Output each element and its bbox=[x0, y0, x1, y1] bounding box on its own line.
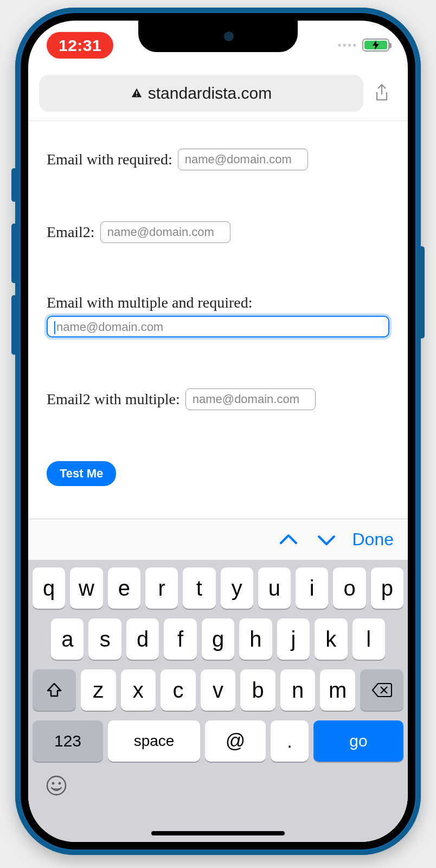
home-indicator[interactable] bbox=[151, 831, 285, 835]
key-x[interactable]: x bbox=[121, 669, 156, 711]
status-time: 12:31 bbox=[47, 32, 113, 59]
dot-key[interactable]: . bbox=[271, 720, 309, 762]
divider bbox=[28, 120, 408, 121]
key-w[interactable]: w bbox=[70, 567, 102, 609]
key-b[interactable]: b bbox=[240, 669, 275, 711]
key-c[interactable]: c bbox=[161, 669, 196, 711]
browser-address-bar[interactable]: standardista.com bbox=[39, 75, 363, 112]
email-input-2[interactable]: name@domain.com bbox=[100, 221, 230, 243]
numeric-key[interactable]: 123 bbox=[33, 720, 103, 762]
space-key[interactable]: space bbox=[108, 720, 200, 762]
cellular-dots-icon: •••• bbox=[338, 40, 358, 51]
page-content: Email with required: name@domain.com Ema… bbox=[28, 129, 408, 486]
key-m[interactable]: m bbox=[320, 669, 355, 711]
key-i[interactable]: i bbox=[296, 567, 328, 609]
key-r[interactable]: r bbox=[145, 567, 178, 609]
key-y[interactable]: y bbox=[221, 567, 253, 609]
key-o[interactable]: o bbox=[333, 567, 366, 609]
submit-button[interactable]: Test Me bbox=[47, 461, 116, 486]
key-d[interactable]: d bbox=[126, 618, 159, 660]
key-p[interactable]: p bbox=[371, 567, 403, 609]
keyboard-accessory-bar: Done bbox=[28, 519, 408, 560]
field-label: Email2 with multiple: bbox=[47, 391, 180, 407]
field-label: Email2: bbox=[47, 224, 95, 240]
at-key[interactable]: @ bbox=[205, 720, 266, 762]
prev-field-button[interactable] bbox=[277, 528, 300, 552]
not-secure-icon bbox=[131, 87, 143, 99]
email-input-2-multiple[interactable]: name@domain.com bbox=[185, 388, 316, 410]
key-k[interactable]: k bbox=[315, 618, 347, 660]
done-button[interactable]: Done bbox=[352, 529, 394, 550]
shift-key[interactable] bbox=[33, 669, 76, 711]
side-button bbox=[419, 246, 425, 339]
software-keyboard: q w e r t y u i o p a s d f g h bbox=[28, 560, 408, 842]
share-icon bbox=[374, 84, 390, 103]
go-key[interactable]: go bbox=[313, 720, 403, 762]
device-notch bbox=[138, 21, 298, 52]
key-e[interactable]: e bbox=[108, 567, 140, 609]
key-s[interactable]: s bbox=[88, 618, 121, 660]
svg-point-2 bbox=[59, 782, 61, 785]
placeholder-text: name@domain.com bbox=[56, 320, 163, 334]
chevron-down-icon bbox=[317, 532, 336, 547]
backspace-key[interactable] bbox=[360, 669, 403, 711]
key-j[interactable]: j bbox=[277, 618, 310, 660]
email-input-multiple-required[interactable]: name@domain.com bbox=[47, 316, 389, 337]
side-button bbox=[11, 168, 17, 202]
browser-domain-text: standardista.com bbox=[148, 84, 272, 103]
field-label: Email with required: bbox=[47, 151, 172, 168]
svg-point-0 bbox=[47, 776, 66, 795]
field-label: Email with multiple and required: bbox=[47, 294, 252, 311]
shift-icon bbox=[46, 681, 63, 699]
key-l[interactable]: l bbox=[352, 618, 385, 660]
battery-icon bbox=[362, 39, 389, 52]
chevron-up-icon bbox=[279, 532, 298, 547]
share-button[interactable] bbox=[367, 78, 397, 108]
key-f[interactable]: f bbox=[164, 618, 196, 660]
side-button bbox=[11, 295, 17, 355]
emoji-icon bbox=[46, 775, 67, 796]
key-h[interactable]: h bbox=[239, 618, 272, 660]
key-q[interactable]: q bbox=[33, 567, 65, 609]
key-a[interactable]: a bbox=[51, 618, 84, 660]
side-button bbox=[11, 224, 17, 283]
backspace-icon bbox=[371, 682, 392, 698]
svg-point-1 bbox=[52, 782, 55, 785]
key-n[interactable]: n bbox=[280, 669, 316, 711]
phone-frame: 12:31 •••• standardista.com bbox=[15, 8, 421, 855]
key-g[interactable]: g bbox=[202, 618, 234, 660]
next-field-button[interactable] bbox=[315, 528, 338, 552]
key-u[interactable]: u bbox=[258, 567, 291, 609]
email-input-required[interactable]: name@domain.com bbox=[178, 149, 308, 170]
key-t[interactable]: t bbox=[183, 567, 215, 609]
emoji-button[interactable] bbox=[46, 775, 67, 799]
key-v[interactable]: v bbox=[201, 669, 236, 711]
camera-dot bbox=[224, 31, 234, 41]
key-z[interactable]: z bbox=[81, 669, 116, 711]
